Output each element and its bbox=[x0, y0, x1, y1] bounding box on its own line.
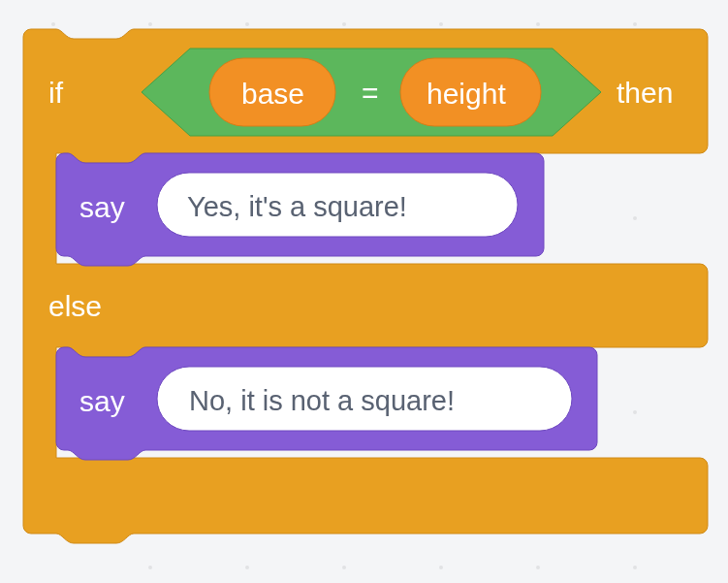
svg-point-4 bbox=[439, 22, 443, 26]
say-then-text: Yes, it's a square! bbox=[187, 191, 407, 222]
scratch-blocks-diagram: if then else base = height say Yes, it's… bbox=[0, 0, 728, 583]
say-block-then[interactable]: say Yes, it's a square! bbox=[56, 153, 544, 266]
svg-point-9 bbox=[148, 566, 152, 569]
svg-point-2 bbox=[245, 22, 249, 26]
svg-point-5 bbox=[536, 22, 540, 26]
say-then-text-input[interactable]: Yes, it's a square! bbox=[157, 173, 518, 237]
svg-point-0 bbox=[51, 22, 55, 26]
svg-point-11 bbox=[342, 566, 346, 569]
say-else-text-input[interactable]: No, it is not a square! bbox=[157, 367, 572, 431]
else-label: else bbox=[48, 290, 102, 322]
svg-point-12 bbox=[439, 566, 443, 569]
svg-point-3 bbox=[342, 22, 346, 26]
say-then-label: say bbox=[79, 191, 125, 223]
svg-point-10 bbox=[245, 566, 249, 569]
then-label: then bbox=[617, 77, 673, 109]
operator-equals: = bbox=[362, 77, 379, 109]
say-else-label: say bbox=[79, 385, 125, 417]
svg-point-6 bbox=[633, 22, 637, 26]
variable-height[interactable]: height bbox=[400, 58, 541, 126]
svg-point-14 bbox=[633, 566, 637, 569]
svg-point-13 bbox=[536, 566, 540, 569]
if-label: if bbox=[48, 77, 64, 109]
svg-point-8 bbox=[633, 410, 637, 414]
svg-point-7 bbox=[633, 216, 637, 220]
variable-base-label: base bbox=[241, 78, 304, 110]
variable-base[interactable]: base bbox=[209, 58, 335, 126]
equals-block[interactable]: base = height bbox=[142, 49, 601, 136]
say-else-text: No, it is not a square! bbox=[189, 385, 455, 416]
variable-height-label: height bbox=[427, 78, 506, 110]
say-block-else[interactable]: say No, it is not a square! bbox=[56, 347, 597, 460]
svg-point-1 bbox=[148, 22, 152, 26]
